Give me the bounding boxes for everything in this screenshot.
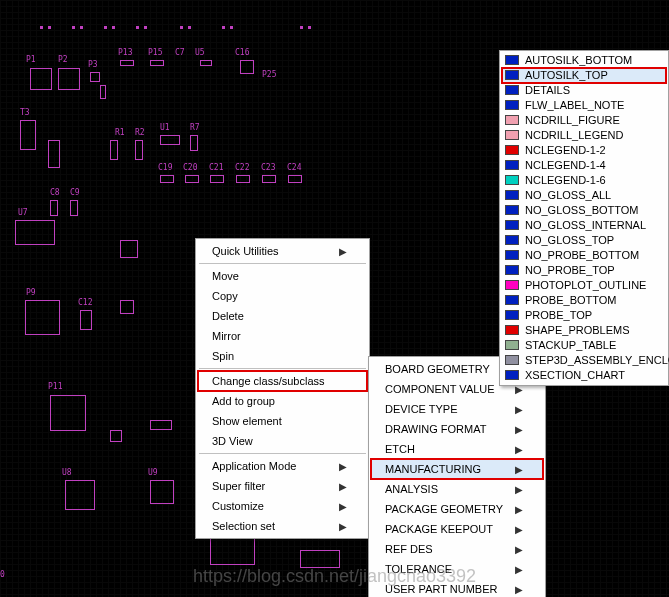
- class-submenu: BOARD GEOMETRY▶COMPONENT VALUE▶DEVICE TY…: [368, 356, 546, 597]
- chevron-right-icon: ▶: [515, 444, 523, 455]
- layer-item[interactable]: NO_GLOSS_ALL: [502, 188, 666, 203]
- submenu-item[interactable]: ETCH▶: [371, 439, 543, 459]
- color-swatch: [505, 235, 519, 245]
- color-swatch: [505, 70, 519, 80]
- layer-item[interactable]: PHOTOPLOT_OUTLINE: [502, 278, 666, 293]
- chevron-right-icon: ▶: [515, 504, 523, 515]
- layer-label: NCDRILL_LEGEND: [525, 129, 623, 141]
- menu-item[interactable]: Change class/subclass: [198, 371, 367, 391]
- layer-item[interactable]: STACKUP_TABLE: [502, 338, 666, 353]
- color-swatch: [505, 355, 519, 365]
- submenu-item[interactable]: USER PART NUMBER▶: [371, 579, 543, 597]
- submenu-item[interactable]: PACKAGE KEEPOUT▶: [371, 519, 543, 539]
- layer-item[interactable]: AUTOSILK_TOP: [502, 68, 666, 83]
- manufacturing-subclass-panel: AUTOSILK_BOTTOMAUTOSILK_TOPDETAILSFLW_LA…: [499, 50, 669, 386]
- chevron-right-icon: ▶: [339, 501, 347, 512]
- color-swatch: [505, 220, 519, 230]
- layer-label: STEP3D_ASSEMBLY_ENCLOSURE: [525, 354, 669, 366]
- layer-item[interactable]: NCLEGEND-1-6: [502, 173, 666, 188]
- menu-item[interactable]: Add to group: [198, 391, 367, 411]
- color-swatch: [505, 370, 519, 380]
- color-swatch: [505, 100, 519, 110]
- layer-item[interactable]: NCDRILL_FIGURE: [502, 113, 666, 128]
- layer-item[interactable]: NCLEGEND-1-4: [502, 158, 666, 173]
- color-swatch: [505, 295, 519, 305]
- color-swatch: [505, 205, 519, 215]
- menu-item[interactable]: Spin: [198, 346, 367, 366]
- layer-label: DETAILS: [525, 84, 570, 96]
- layer-label: SHAPE_PROBLEMS: [525, 324, 630, 336]
- layer-item[interactable]: NO_GLOSS_BOTTOM: [502, 203, 666, 218]
- layer-item[interactable]: PROBE_TOP: [502, 308, 666, 323]
- submenu-item[interactable]: ANALYSIS▶: [371, 479, 543, 499]
- layer-label: STACKUP_TABLE: [525, 339, 616, 351]
- submenu-item[interactable]: DRAWING FORMAT▶: [371, 419, 543, 439]
- chevron-right-icon: ▶: [515, 544, 523, 555]
- chevron-right-icon: ▶: [515, 404, 523, 415]
- menu-item[interactable]: Mirror: [198, 326, 367, 346]
- layer-item[interactable]: SHAPE_PROBLEMS: [502, 323, 666, 338]
- menu-item[interactable]: Show element: [198, 411, 367, 431]
- chevron-right-icon: ▶: [515, 524, 523, 535]
- layer-item[interactable]: NO_PROBE_BOTTOM: [502, 248, 666, 263]
- layer-item[interactable]: NO_GLOSS_INTERNAL: [502, 218, 666, 233]
- color-swatch: [505, 115, 519, 125]
- chevron-right-icon: ▶: [515, 484, 523, 495]
- layer-item[interactable]: NO_GLOSS_TOP: [502, 233, 666, 248]
- chevron-right-icon: ▶: [339, 246, 347, 257]
- color-swatch: [505, 265, 519, 275]
- layer-label: NO_PROBE_BOTTOM: [525, 249, 639, 261]
- menu-item[interactable]: Application Mode▶: [198, 456, 367, 476]
- color-swatch: [505, 145, 519, 155]
- submenu-item[interactable]: REF DES▶: [371, 539, 543, 559]
- layer-label: PROBE_TOP: [525, 309, 592, 321]
- layer-label: NO_GLOSS_ALL: [525, 189, 611, 201]
- menu-item[interactable]: Customize▶: [198, 496, 367, 516]
- layer-label: PHOTOPLOT_OUTLINE: [525, 279, 646, 291]
- chevron-right-icon: ▶: [339, 481, 347, 492]
- layer-item[interactable]: XSECTION_CHART: [502, 368, 666, 383]
- layer-item[interactable]: NO_PROBE_TOP: [502, 263, 666, 278]
- layer-label: NCDRILL_FIGURE: [525, 114, 620, 126]
- submenu-item[interactable]: TOLERANCE▶: [371, 559, 543, 579]
- layer-item[interactable]: NCDRILL_LEGEND: [502, 128, 666, 143]
- layer-label: FLW_LABEL_NOTE: [525, 99, 624, 111]
- chevron-right-icon: ▶: [339, 521, 347, 532]
- layer-item[interactable]: AUTOSILK_BOTTOM: [502, 53, 666, 68]
- layer-label: NCLEGEND-1-4: [525, 159, 606, 171]
- menu-item[interactable]: Super filter▶: [198, 476, 367, 496]
- color-swatch: [505, 190, 519, 200]
- layer-item[interactable]: FLW_LABEL_NOTE: [502, 98, 666, 113]
- menu-item[interactable]: Copy: [198, 286, 367, 306]
- menu-item[interactable]: Move: [198, 266, 367, 286]
- chevron-right-icon: ▶: [515, 564, 523, 575]
- color-swatch: [505, 160, 519, 170]
- layer-label: NO_GLOSS_TOP: [525, 234, 614, 246]
- menu-item[interactable]: Selection set▶: [198, 516, 367, 536]
- color-swatch: [505, 250, 519, 260]
- layer-item[interactable]: NCLEGEND-1-2: [502, 143, 666, 158]
- chevron-right-icon: ▶: [515, 464, 523, 475]
- context-menu: Quick Utilities▶MoveCopyDeleteMirrorSpin…: [195, 238, 370, 539]
- layer-item[interactable]: STEP3D_ASSEMBLY_ENCLOSURE: [502, 353, 666, 368]
- layer-label: PROBE_BOTTOM: [525, 294, 616, 306]
- color-swatch: [505, 325, 519, 335]
- layer-item[interactable]: DETAILS: [502, 83, 666, 98]
- layer-label: NO_PROBE_TOP: [525, 264, 615, 276]
- color-swatch: [505, 130, 519, 140]
- layer-item[interactable]: PROBE_BOTTOM: [502, 293, 666, 308]
- layer-label: NO_GLOSS_INTERNAL: [525, 219, 646, 231]
- submenu-item[interactable]: MANUFACTURING▶: [371, 459, 543, 479]
- layer-label: NO_GLOSS_BOTTOM: [525, 204, 639, 216]
- menu-item[interactable]: 3D View: [198, 431, 367, 451]
- menu-item[interactable]: Quick Utilities▶: [198, 241, 367, 261]
- layer-label: AUTOSILK_TOP: [525, 69, 608, 81]
- submenu-item[interactable]: PACKAGE GEOMETRY▶: [371, 499, 543, 519]
- color-swatch: [505, 55, 519, 65]
- layer-label: AUTOSILK_BOTTOM: [525, 54, 632, 66]
- submenu-item[interactable]: DEVICE TYPE▶: [371, 399, 543, 419]
- layer-label: XSECTION_CHART: [525, 369, 625, 381]
- color-swatch: [505, 175, 519, 185]
- menu-item[interactable]: Delete: [198, 306, 367, 326]
- layer-label: NCLEGEND-1-6: [525, 174, 606, 186]
